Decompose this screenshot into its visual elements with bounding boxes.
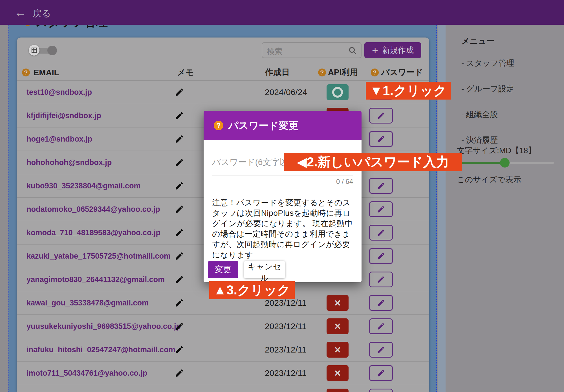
api-status-button[interactable]: × <box>327 318 349 334</box>
memo-edit-button[interactable] <box>173 249 186 263</box>
sidebar-menu-title: メニュー <box>461 36 495 47</box>
change-button[interactable]: 変更 <box>208 261 238 278</box>
font-size-label: 文字サイズ:MD【18】 <box>457 145 536 156</box>
create-new-label: 新規作成 <box>382 45 414 56</box>
api-status-button[interactable]: × <box>327 365 349 381</box>
help-icon[interactable]: ? <box>371 69 379 76</box>
top-app-bar: ← 戻る <box>0 0 564 25</box>
create-new-button[interactable]: + 新規作成 <box>364 42 421 58</box>
password-edit-button[interactable] <box>369 178 393 194</box>
column-header-email: EMAIL <box>34 68 59 77</box>
api-status-button[interactable]: × <box>327 389 349 392</box>
memo-edit-button[interactable] <box>173 273 186 286</box>
staff-email-link[interactable]: test10@sndbox.jp <box>27 88 92 97</box>
api-status-button[interactable] <box>327 84 349 100</box>
password-edit-button[interactable] <box>369 225 393 241</box>
plus-icon: + <box>372 45 378 56</box>
sidebar-item-2[interactable]: - 組織全般 <box>461 109 514 120</box>
search-icon <box>348 46 357 55</box>
created-date: 2023/12/11 <box>265 298 307 308</box>
column-header-created: 作成日 <box>265 67 290 78</box>
memo-edit-button[interactable] <box>173 320 186 333</box>
staff-email-link[interactable]: kazuki_yatabe_17505725@hotmaill.com <box>27 252 171 261</box>
warning-text: 注意！パスワードを変更するとそのスタッフは次回NipoPlusを起動時に再ログイ… <box>212 197 353 260</box>
sidebar-item-0[interactable]: - スタッフ管理 <box>461 58 514 69</box>
memo-edit-button[interactable] <box>173 226 186 239</box>
memo-edit-button[interactable] <box>173 296 186 310</box>
password-edit-button[interactable] <box>369 201 393 217</box>
x-icon: × <box>334 368 341 378</box>
column-header-api: API利用 <box>328 67 358 78</box>
api-status-button[interactable]: × <box>327 295 349 311</box>
password-edit-button[interactable] <box>369 131 393 147</box>
created-date: 2023/12/11 <box>265 345 307 354</box>
column-header-password: パスワード <box>381 67 423 78</box>
table-view-toggle[interactable] <box>29 45 63 56</box>
staff-email-link[interactable]: kfjdifijfei@sndbox.jp <box>27 111 101 120</box>
x-icon: × <box>334 321 341 332</box>
memo-edit-button[interactable] <box>173 366 186 380</box>
size-preview-note: このサイズで表示 <box>457 174 521 185</box>
api-status-button[interactable]: × <box>327 342 349 358</box>
table-row: inafuku_hitoshi_02547247@hotmaill.com 20… <box>17 338 429 361</box>
password-edit-button[interactable] <box>369 272 393 287</box>
dialog-title: パスワード変更 <box>228 119 298 132</box>
staff-email-link[interactable]: nodatomoko_06529344@yahoo.co.jp <box>27 205 160 214</box>
sidebar-item-3[interactable]: - 決済履歴 <box>461 135 514 146</box>
back-arrow-icon[interactable]: ← <box>14 5 27 19</box>
font-size-slider[interactable] <box>457 158 554 168</box>
created-date: 2024/06/24 <box>265 87 307 97</box>
panel-gutter <box>438 25 446 392</box>
dialog-header: ? パスワード変更 <box>204 111 362 140</box>
staff-email-link[interactable]: imoto711_50434761@yahoo.co.jp <box>27 369 147 378</box>
memo-edit-button[interactable] <box>173 132 186 146</box>
password-edit-button[interactable] <box>369 365 393 381</box>
staff-email-link[interactable]: hohohohoh@sndbox.jp <box>27 158 112 167</box>
password-edit-button[interactable] <box>369 389 393 392</box>
dialog-actions: 変更 キャンセル <box>208 261 285 278</box>
annotation-step1: ▼1.クリック <box>366 82 451 100</box>
circle-ok-icon <box>332 87 343 98</box>
staff-email-link[interactable]: kubo930_35238804@gmail.com <box>27 182 141 190</box>
password-edit-button[interactable] <box>369 108 393 124</box>
memo-edit-button[interactable] <box>173 343 186 356</box>
memo-edit-button[interactable] <box>173 179 186 193</box>
x-icon: × <box>334 298 341 308</box>
password-edit-button[interactable] <box>369 295 393 311</box>
table-row: matsuda1105_87353055@gmail.com 2023/12/1… <box>17 385 429 392</box>
char-counter: 0 / 64 <box>212 178 353 186</box>
toggle-knob <box>47 46 57 55</box>
memo-edit-button[interactable] <box>173 85 186 99</box>
slider-thumb[interactable] <box>500 158 510 168</box>
staff-email-link[interactable]: yanagimoto830_26441132@gmail.com <box>27 275 165 284</box>
password-edit-button[interactable] <box>369 318 393 334</box>
table-row: yuusukekuniyoshi_96983515@yahoo.co.jp 20… <box>17 314 429 338</box>
password-change-dialog: ? パスワード変更 パスワード(6文字以上) 0 / 64 注意！パスワードを変… <box>204 111 362 282</box>
staff-email-link[interactable]: hoge1@sndbox.jp <box>27 135 92 144</box>
slider-fill <box>457 162 505 164</box>
grid-view-icon <box>29 45 39 56</box>
search-placeholder: 検索 <box>267 46 283 57</box>
password-edit-button[interactable] <box>369 248 393 264</box>
back-button[interactable]: 戻る <box>33 7 51 20</box>
annotation-step3: ▲3.クリック <box>209 281 295 299</box>
staff-email-link[interactable]: komoda_710_48189583@yahoo.co.jp <box>27 228 160 237</box>
cancel-button[interactable]: キャンセル <box>244 261 285 278</box>
sidebar-item-1[interactable]: - グループ設定 <box>461 83 514 94</box>
search-input[interactable]: 検索 <box>262 42 362 58</box>
memo-edit-button[interactable] <box>173 390 186 392</box>
help-icon[interactable]: ? <box>318 69 326 76</box>
annotation-step2: ◀2.新しいパスワード入力 <box>284 153 462 171</box>
table-row: imoto711_50434761@yahoo.co.jp 2023/12/11… <box>17 361 429 385</box>
memo-edit-button[interactable] <box>173 202 186 216</box>
password-edit-button[interactable] <box>369 342 393 358</box>
help-icon[interactable]: ? <box>214 121 223 130</box>
staff-email-link[interactable]: yuusukekuniyoshi_96983515@yahoo.co.jp <box>27 322 181 331</box>
memo-edit-button[interactable] <box>173 156 186 169</box>
staff-email-link[interactable]: inafuku_hitoshi_02547247@hotmaill.com <box>27 345 175 354</box>
staff-email-link[interactable]: kawai_gou_35338478@gmail.com <box>27 299 149 307</box>
memo-edit-button[interactable] <box>173 109 186 122</box>
help-icon[interactable]: ? <box>22 69 30 76</box>
x-icon: × <box>334 344 341 355</box>
created-date: 2023/12/11 <box>265 368 307 378</box>
